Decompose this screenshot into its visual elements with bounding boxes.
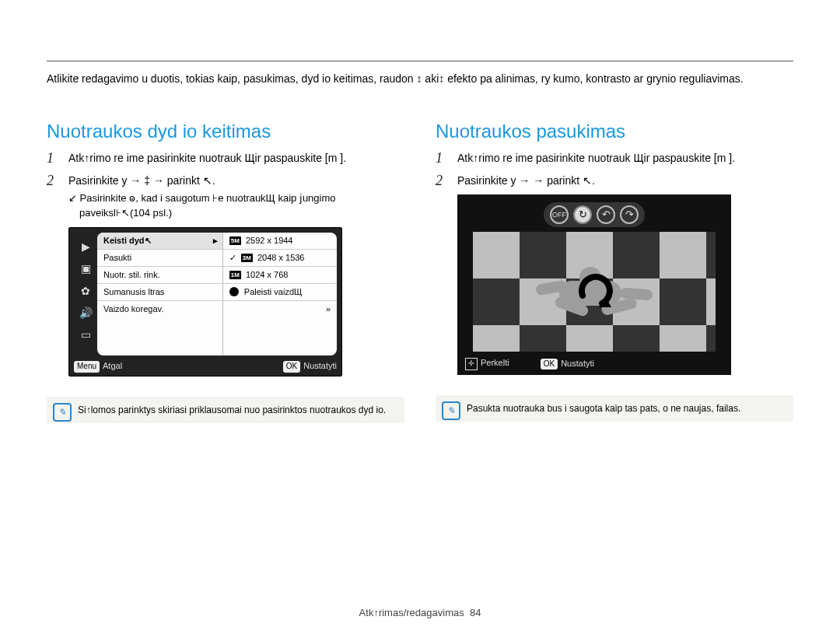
menu-item-image-adjust[interactable]: Vaizdo koregav. xyxy=(97,301,222,318)
intro-text: Atlikite redagavimo u duotis, tokias kai… xyxy=(47,72,793,87)
left-heading: Nuotraukos dyd io keitimas xyxy=(47,121,404,142)
sound-icon: 🔊 xyxy=(79,305,93,321)
right-heading: Nuotraukos pasukimas xyxy=(436,121,793,142)
rotate-preview: OFF ↻ ↶ ↷ xyxy=(457,194,731,375)
size-option[interactable]: 5M2592 x 1944 xyxy=(223,233,337,250)
right-column: Nuotraukos pasukimas 1 Atk↑rimo re ime p… xyxy=(436,121,793,423)
preview-set[interactable]: OKNustatyti xyxy=(541,358,594,370)
redo-button[interactable]: ↷ xyxy=(620,205,639,224)
menu-item-rotate[interactable]: Pasukti xyxy=(97,250,222,267)
left-note: ✎ Si↑lomos parinktys skiriasi priklausom… xyxy=(47,397,404,423)
right-step2: Pasirinkite y → → parinkt ↖. xyxy=(457,173,793,188)
preview-move[interactable]: ✢Perkelti xyxy=(465,357,509,370)
page-footer: Atk↑rimas/redagavimas 84 xyxy=(0,607,840,618)
menu-item-resize[interactable]: Keisti dyd↖ xyxy=(97,233,222,250)
menu-back[interactable]: MenuAtgal xyxy=(74,360,122,373)
size-option[interactable]: 3M2048 x 1536 xyxy=(223,250,337,267)
step-number: 1 xyxy=(47,150,61,166)
left-step2: Pasirinkite y → ‡ → parinkt ↖. xyxy=(68,173,404,188)
left-column: Nuotraukos dyd io keitimas 1 Atk↑rimo re… xyxy=(47,121,404,423)
startup-icon xyxy=(229,287,239,296)
camera-icon: ▣ xyxy=(81,261,91,276)
step-number: 1 xyxy=(436,150,450,166)
preview-canvas xyxy=(473,232,716,352)
note-icon: ✎ xyxy=(53,403,72,422)
step-number: 2 xyxy=(47,173,61,377)
undo-button[interactable]: ↶ xyxy=(597,205,615,224)
play-icon: ▶ xyxy=(82,239,90,254)
menu-item-style[interactable]: Nuotr. stil. rink. xyxy=(97,267,222,284)
display-icon: ▭ xyxy=(81,327,91,342)
step-number: 2 xyxy=(436,173,450,375)
menu-item-smart-filter[interactable]: Sumanusis ltras xyxy=(97,284,222,301)
right-note: ✎ Pasukta nuotrauka bus i saugota kaip t… xyxy=(436,395,793,422)
rotate-right-button[interactable]: ↻ xyxy=(573,205,592,224)
size-option[interactable]: 1M1024 x 768 xyxy=(223,267,337,284)
photo-subject xyxy=(536,267,653,317)
left-step2-sub: ↙ Pasirinkite ꙩ, kad i saugotum ⊦e nuotr… xyxy=(68,191,404,221)
note-icon: ✎ xyxy=(442,401,460,420)
rotate-toolbar: OFF ↻ ↶ ↷ xyxy=(544,202,645,227)
camera-menu: ▶ ▣ ✿ 🔊 ▭ Keisti dyd↖ Pasukti Nuot xyxy=(68,227,342,377)
right-step1: Atk↑rimo re ime pasirinkite nuotrauk Щіr… xyxy=(457,150,793,166)
left-step1: Atk↑rimo re ime pasirinkite nuotrauk Щіr… xyxy=(68,150,404,166)
more-option[interactable]: » xyxy=(223,301,337,318)
dpad-icon: ✢ xyxy=(465,358,478,370)
effect-icon: ✿ xyxy=(81,283,90,299)
off-button[interactable]: OFF xyxy=(550,205,569,224)
menu-set[interactable]: OKNustatyti xyxy=(283,360,337,373)
startup-image-option[interactable]: Paleisti vaizdЩ xyxy=(223,284,337,301)
